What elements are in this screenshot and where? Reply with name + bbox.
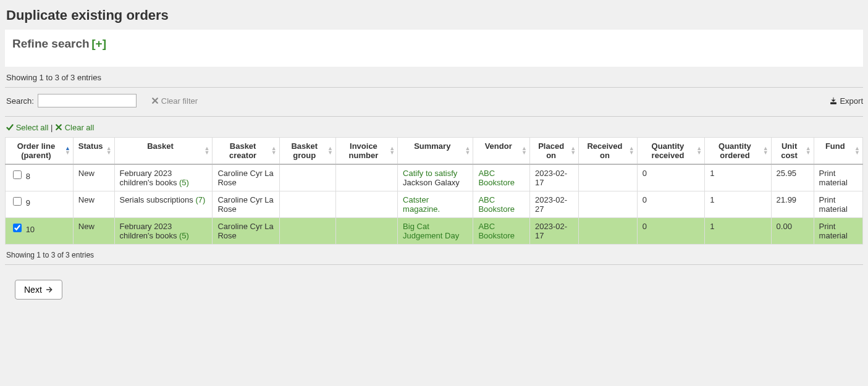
cell-received-on [579, 218, 637, 245]
sort-icon: ▲▼ [327, 146, 333, 155]
export-label: Export [840, 96, 863, 106]
qty-ordered-value: 1 [710, 195, 714, 204]
vendor-link[interactable]: ABC Bookstore [478, 222, 515, 240]
summary-link[interactable]: Big Cat Judgement Day [403, 222, 459, 240]
col-basket-creator[interactable]: Basket creator▲▼ [213, 138, 279, 165]
next-button-label: Next [24, 285, 42, 295]
cell-placed-on: 2023-02-27 [530, 191, 579, 218]
col-received-on[interactable]: Received on▲▼ [579, 138, 637, 165]
cell-order-line: 8 [6, 164, 74, 191]
refine-search-label: Refine search [12, 37, 90, 50]
cell-basket: February 2023 children's books (5) [114, 164, 213, 191]
cell-received-on [579, 191, 637, 218]
cell-qty-ordered: 1 [705, 191, 771, 218]
qty-received-value: 0 [643, 222, 647, 231]
refine-search-box[interactable]: Refine search [+] [5, 30, 863, 67]
basket-creator-value: Caroline Cyr La Rose [217, 169, 273, 187]
vendor-link[interactable]: ABC Bookstore [478, 195, 515, 214]
row-checkbox[interactable] [13, 224, 22, 232]
basket-link[interactable]: (5) [179, 178, 189, 187]
basket-creator-value: Caroline Cyr La Rose [217, 195, 273, 214]
status-value: New [78, 195, 95, 204]
summary-link[interactable]: Catify to satisfy [403, 169, 457, 178]
cell-fund: Print material [814, 164, 862, 191]
row-checkbox[interactable] [13, 170, 22, 179]
summary-link[interactable]: Catster magazine. [403, 195, 440, 214]
select-all-label: Select all [16, 123, 49, 132]
divider [5, 264, 863, 265]
table-row: 8NewFebruary 2023 children's books (5)Ca… [6, 164, 863, 191]
order-line-value: 10 [26, 225, 35, 234]
selection-toolbar: Select all | Clear all [6, 123, 863, 132]
search-input[interactable] [38, 94, 137, 107]
check-icon [6, 124, 14, 131]
col-unit-cost[interactable]: Unit cost▲▼ [771, 138, 814, 165]
cell-invoice-number [335, 218, 397, 245]
cell-vendor: ABC Bookstore [473, 191, 530, 218]
col-basket[interactable]: Basket▲▼ [114, 138, 213, 165]
sort-icon: ▲▼ [271, 146, 277, 155]
sort-icon: ▲▼ [570, 146, 576, 155]
cell-status: New [73, 164, 114, 191]
sort-icon: ▲▼ [629, 146, 634, 155]
fund-value: Print material [819, 222, 848, 240]
basket-link[interactable]: (7) [195, 195, 205, 204]
arrow-right-icon [46, 286, 53, 293]
col-qty-received[interactable]: Quantity received▲▼ [637, 138, 705, 165]
col-qty-ordered[interactable]: Quantity ordered▲▼ [705, 138, 771, 165]
order-line-value: 9 [26, 198, 30, 208]
cell-unit-cost: 0.00 [771, 218, 814, 245]
basket-creator-value: Caroline Cyr La Rose [217, 222, 273, 240]
qty-ordered-value: 1 [710, 222, 714, 231]
cell-summary: Big Cat Judgement Day [398, 218, 473, 245]
col-summary[interactable]: Summary▲▼ [398, 138, 473, 165]
sort-icon: ▲▼ [465, 146, 470, 155]
separator: | [51, 123, 53, 132]
cell-vendor: ABC Bookstore [473, 164, 530, 191]
cell-unit-cost: 21.99 [771, 191, 814, 218]
clear-all-label: Clear all [65, 123, 95, 132]
next-button[interactable]: Next [15, 280, 62, 300]
col-order-line[interactable]: Order line (parent)▲▼ [6, 138, 74, 165]
sort-icon: ▲▼ [806, 146, 811, 155]
col-status[interactable]: Status▲▼ [73, 138, 114, 165]
row-checkbox[interactable] [13, 197, 22, 206]
sort-icon: ▲▼ [65, 146, 70, 155]
sort-icon: ▲▼ [204, 146, 210, 155]
col-basket-group[interactable]: Basket group▲▼ [279, 138, 335, 165]
unit-cost-value: 25.95 [777, 169, 797, 178]
close-icon [55, 124, 62, 131]
orders-table: Order line (parent)▲▼ Status▲▼ Basket▲▼ … [5, 137, 863, 245]
table-header-row: Order line (parent)▲▼ Status▲▼ Basket▲▼ … [6, 138, 863, 165]
col-fund[interactable]: Fund▲▼ [814, 138, 862, 165]
basket-link[interactable]: (5) [179, 231, 189, 240]
export-button[interactable]: Export [830, 96, 863, 106]
cell-basket-creator: Caroline Cyr La Rose [213, 164, 279, 191]
clear-all-link[interactable]: Clear all [55, 123, 94, 132]
select-all-link[interactable]: Select all [6, 123, 51, 132]
vendor-link[interactable]: ABC Bookstore [478, 169, 515, 187]
cell-received-on [579, 164, 637, 191]
fund-value: Print material [819, 195, 848, 214]
clear-filter-button[interactable]: Clear filter [151, 96, 198, 106]
table-row: 9NewSerials subscriptions (7)Caroline Cy… [6, 191, 863, 218]
cell-invoice-number [335, 164, 397, 191]
clear-filter-label: Clear filter [161, 96, 198, 106]
cell-order-line: 10 [6, 218, 74, 245]
col-placed-on[interactable]: Placed on▲▼ [530, 138, 579, 165]
cell-summary: Catify to satisfyJackson Galaxy [398, 164, 473, 191]
table-row: 10NewFebruary 2023 children's books (5)C… [6, 218, 863, 245]
qty-received-value: 0 [643, 195, 647, 204]
cell-qty-received: 0 [637, 191, 705, 218]
col-vendor[interactable]: Vendor▲▼ [473, 138, 530, 165]
qty-received-value: 0 [643, 169, 647, 178]
showing-entries-bottom: Showing 1 to 3 of 3 entries [6, 251, 863, 259]
summary-extra: Jackson Galaxy [403, 178, 460, 187]
cell-basket-creator: Caroline Cyr La Rose [213, 218, 279, 245]
expand-icon[interactable]: [+] [91, 37, 106, 50]
close-icon [151, 97, 159, 104]
fund-value: Print material [819, 169, 848, 187]
sort-icon: ▲▼ [854, 146, 860, 155]
placed-on-value: 2023-02-17 [535, 222, 567, 240]
col-invoice-number[interactable]: Invoice number▲▼ [335, 138, 397, 165]
